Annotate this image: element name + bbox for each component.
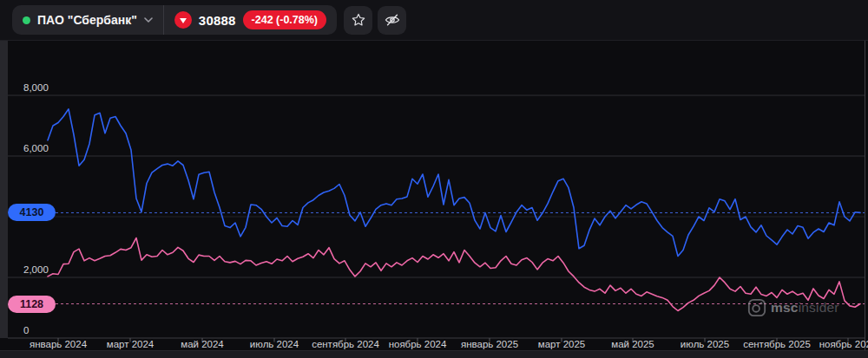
star-icon xyxy=(351,12,366,28)
hide-button[interactable] xyxy=(378,6,406,35)
toolbar: ПАО "Сбербанк" 30888 -242 (-0.78%) xyxy=(0,0,868,41)
chart-plot-area[interactable] xyxy=(0,41,868,358)
price-change-badge: -242 (-0.78%) xyxy=(243,10,326,29)
instrument-name: ПАО "Сбербанк" xyxy=(37,13,137,27)
camera-logo-icon xyxy=(747,298,766,317)
last-price-label-blue: 4130 xyxy=(8,204,56,221)
last-price-label-pink: 1128 xyxy=(8,296,56,313)
trading-chart-app: ПАО "Сбербанк" 30888 -242 (-0.78%) xyxy=(0,0,868,358)
status-dot-icon xyxy=(23,16,30,24)
instrument-selector[interactable]: ПАО "Сбербанк" xyxy=(12,5,163,35)
series-pink-line xyxy=(48,238,860,311)
watermark-brand: msc xyxy=(771,300,799,315)
watermark: mscinsider xyxy=(747,298,839,317)
price-section: 30888 -242 (-0.78%) xyxy=(164,5,337,35)
down-arrow-icon xyxy=(174,11,192,29)
watermark-brand-suffix: insider xyxy=(799,300,839,315)
price-value: 30888 xyxy=(199,13,236,28)
series-blue-line xyxy=(48,109,860,257)
instrument-price-bar: ПАО "Сбербанк" 30888 -242 (-0.78%) xyxy=(12,5,337,35)
chevron-down-icon xyxy=(144,17,153,23)
bottom-edge-strip xyxy=(0,350,868,358)
eye-off-icon xyxy=(384,11,401,29)
favorite-button[interactable] xyxy=(344,6,372,35)
